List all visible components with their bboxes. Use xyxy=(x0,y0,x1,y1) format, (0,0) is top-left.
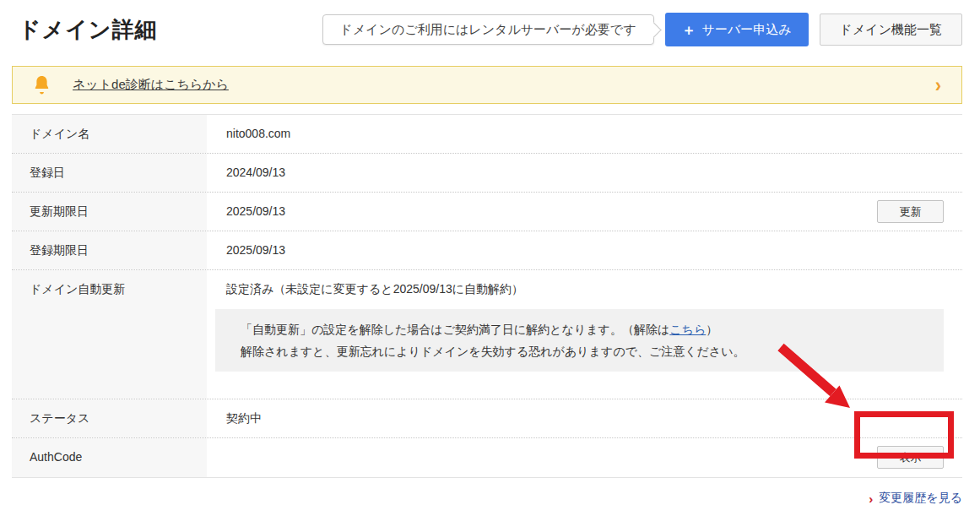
domain-functions-label: ドメイン機能一覧 xyxy=(840,22,942,38)
table-row-status: ステータス 契約中 xyxy=(12,399,962,438)
show-authcode-button[interactable]: 表示 xyxy=(877,446,944,469)
renew-button[interactable]: 更新 xyxy=(877,200,944,223)
table-row-auto-renew: ドメイン自動更新 設定済み（未設定に変更すると2025/09/13に自動解約） … xyxy=(12,270,962,399)
table-row-domain-name: ドメイン名 nito008.com xyxy=(12,115,962,154)
change-history-link[interactable]: 変更履歴を見る xyxy=(879,491,962,505)
chevron-right-icon: › xyxy=(869,491,873,505)
table-row-expiration-date: 登録期限日 2025/09/13 xyxy=(12,231,962,270)
expiration-date-value: 2025/09/13 xyxy=(207,231,962,269)
diagnosis-notice-bar[interactable]: ネットde診断はこちらから › xyxy=(12,66,962,104)
page-title: ドメイン詳細 xyxy=(19,15,157,45)
renewal-deadline-value: 2025/09/13 更新 xyxy=(207,193,962,231)
registration-date-value: 2024/09/13 xyxy=(207,154,962,192)
note-line-2: 解除されますと、更新忘れによりドメインを失効する恐れがありますので、ご注意くださ… xyxy=(241,340,918,362)
row-label: 登録日 xyxy=(12,154,207,192)
auto-renew-status-text: 設定済み（未設定に変更すると2025/09/13に自動解約） xyxy=(226,282,944,297)
bell-icon xyxy=(33,75,51,95)
cancel-here-link[interactable]: こちら xyxy=(669,323,706,336)
renewal-deadline-text: 2025/09/13 xyxy=(226,204,285,218)
auto-renew-note: 「自動更新」の設定を解除した場合はご契約満了日に解約となります。（解除はこちら）… xyxy=(215,309,944,372)
table-row-authcode: AuthCode 表示 xyxy=(12,438,962,477)
domain-detail-table: ドメイン名 nito008.com 登録日 2024/09/13 更新期限日 2… xyxy=(12,114,962,478)
row-label: 更新期限日 xyxy=(12,193,207,231)
page-wrapper: ドメイン詳細 ドメインのご利用にはレンタルサーバーが必要です ＋ サーバー申込み… xyxy=(0,12,980,505)
net-de-diagnosis-link[interactable]: ネットde診断はこちらから xyxy=(73,77,229,93)
page-header: ドメイン詳細 ドメインのご利用にはレンタルサーバーが必要です ＋ サーバー申込み… xyxy=(12,12,962,47)
note-line-1: 「自動更新」の設定を解除した場合はご契約満了日に解約となります。（解除はこちら） xyxy=(241,318,918,340)
row-label: AuthCode xyxy=(12,438,207,477)
row-label: 登録期限日 xyxy=(12,231,207,269)
row-label: ステータス xyxy=(12,399,207,437)
chevron-right-icon[interactable]: › xyxy=(935,74,941,95)
server-apply-button[interactable]: ＋ サーバー申込み xyxy=(665,13,809,46)
plus-icon: ＋ xyxy=(682,20,696,40)
table-row-registration-date: 登録日 2024/09/13 xyxy=(12,154,962,193)
domain-functions-button[interactable]: ドメイン機能一覧 xyxy=(820,14,962,46)
footer-link-row: › 変更履歴を見る xyxy=(12,491,962,505)
tooltip-text: ドメインのご利用にはレンタルサーバーが必要です xyxy=(340,22,636,38)
status-value: 契約中 xyxy=(207,399,962,437)
row-label: ドメイン自動更新 xyxy=(12,270,207,399)
domain-name-value: nito008.com xyxy=(207,115,962,153)
auto-renew-value: 設定済み（未設定に変更すると2025/09/13に自動解約） 「自動更新」の設定… xyxy=(207,270,962,399)
table-row-renewal-deadline: 更新期限日 2025/09/13 更新 xyxy=(12,193,962,231)
authcode-value: 表示 xyxy=(207,438,962,477)
row-label: ドメイン名 xyxy=(12,115,207,153)
server-apply-label: サーバー申込み xyxy=(702,22,792,38)
server-required-tooltip: ドメインのご利用にはレンタルサーバーが必要です xyxy=(322,14,654,45)
